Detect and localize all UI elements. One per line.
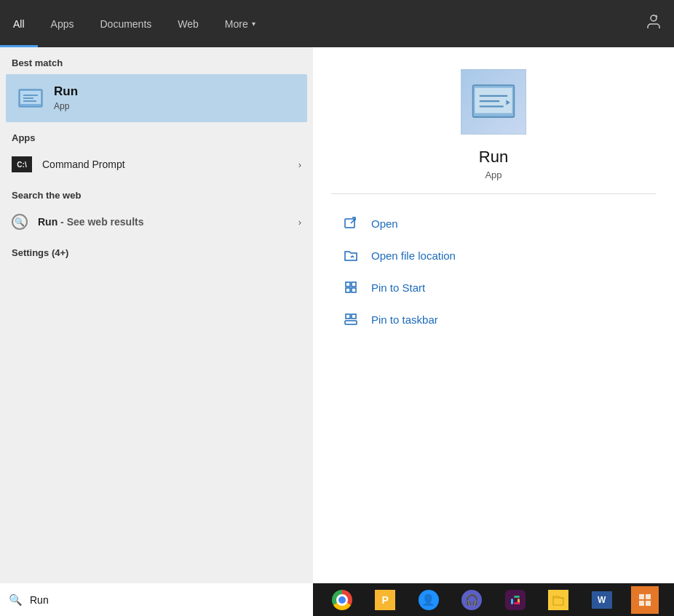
taskbar-icon-area: P 👤 🎧 (313, 586, 674, 614)
chevron-right-icon: › (298, 159, 301, 170)
tab-more[interactable]: More ▾ (212, 0, 269, 47)
chrome-icon (332, 590, 352, 610)
svg-rect-13 (346, 282, 350, 287)
nav-right-area (645, 0, 674, 47)
svg-rect-24 (639, 594, 644, 599)
action-list: Open Open file location (313, 207, 674, 335)
action-pin-start[interactable]: Pin to Start (342, 271, 645, 303)
chevron-down-icon: ▾ (252, 20, 255, 28)
powerpoint-icon: P (375, 590, 395, 610)
svg-rect-26 (639, 601, 644, 606)
pin-start-label: Pin to Start (371, 281, 425, 294)
taskbar-files-icon[interactable] (544, 586, 572, 614)
svg-rect-15 (346, 288, 350, 292)
taskbar-headset-icon[interactable]: 🎧 (458, 586, 485, 614)
taskbar-corner-icon[interactable] (631, 586, 659, 614)
tab-all-label: All (13, 18, 25, 30)
taskbar: 🔍 Run P 👤 🎧 (0, 583, 674, 616)
open-label: Open (371, 217, 398, 230)
svg-rect-23 (514, 602, 520, 604)
corner-icon (631, 586, 659, 614)
left-panel: Best match Run App Apps C:\ Co (0, 47, 313, 583)
main-area: Best match Run App Apps C:\ Co (0, 47, 674, 583)
svg-rect-27 (646, 601, 651, 606)
search-icon: 🔍 (12, 214, 28, 230)
web-search-item[interactable]: 🔍 Run - See web results › (0, 207, 313, 237)
action-open-file-location[interactable]: Open file location (342, 239, 645, 271)
taskbar-search[interactable]: 🔍 Run (0, 583, 313, 616)
web-section-label: Search the web (0, 180, 313, 207)
pin-taskbar-icon (342, 311, 360, 328)
svg-rect-25 (646, 594, 651, 599)
slack-icon (505, 590, 526, 610)
web-chevron-right-icon: › (298, 217, 301, 228)
pin-taskbar-label: Pin to taskbar (371, 313, 438, 326)
person-icon[interactable] (645, 13, 662, 34)
svg-rect-2 (20, 91, 41, 104)
folder-icon (342, 247, 360, 264)
taskbar-powerpoint-icon[interactable]: P (371, 586, 399, 614)
taskbar-word-icon[interactable]: W (588, 586, 616, 614)
svg-point-0 (651, 15, 657, 21)
right-panel: Run App Open (313, 47, 674, 583)
open-icon (342, 215, 360, 232)
tab-documents[interactable]: Documents (87, 0, 164, 47)
headset-icon: 🎧 (461, 590, 482, 610)
action-pin-taskbar[interactable]: Pin to taskbar (342, 303, 645, 335)
svg-rect-21 (514, 596, 520, 598)
word-icon: W (592, 591, 612, 609)
run-app-icon-large (461, 69, 526, 135)
tab-apps[interactable]: Apps (38, 0, 87, 47)
list-item-cmd[interactable]: C:\ Command Prompt › (0, 149, 313, 180)
tab-web[interactable]: Web (164, 0, 212, 47)
svg-rect-19 (352, 314, 356, 319)
tab-documents-label: Documents (100, 18, 151, 30)
people-icon: 👤 (419, 590, 439, 610)
svg-rect-16 (352, 288, 356, 292)
svg-rect-14 (352, 282, 356, 287)
apps-section-label: Apps (0, 122, 313, 149)
files-icon (548, 590, 568, 610)
settings-label: Settings (4+) (0, 237, 313, 264)
taskbar-search-icon: 🔍 (9, 593, 23, 607)
taskbar-chrome-icon[interactable] (328, 586, 356, 614)
app-type-large: App (485, 169, 501, 180)
best-match-type: App (54, 101, 69, 111)
taskbar-people-icon[interactable]: 👤 (415, 586, 443, 614)
svg-rect-17 (345, 321, 357, 324)
pin-start-icon (342, 279, 360, 296)
svg-rect-20 (511, 599, 513, 604)
app-name-large: Run (479, 148, 508, 167)
top-nav: All Apps Documents Web More ▾ (0, 0, 674, 47)
open-file-location-label: Open file location (371, 249, 456, 262)
web-search-label: Run - See web results (38, 216, 144, 228)
cmd-label: Command Prompt (42, 159, 298, 170)
tab-more-label: More (225, 18, 248, 30)
action-open[interactable]: Open (342, 207, 645, 239)
best-match-name: Run (54, 84, 78, 99)
divider (331, 193, 656, 194)
run-app-icon-small (17, 85, 44, 111)
best-match-item[interactable]: Run App (6, 74, 307, 122)
svg-rect-18 (346, 314, 350, 319)
tab-all[interactable]: All (0, 0, 38, 47)
tab-web-label: Web (178, 18, 199, 30)
tab-apps-label: Apps (51, 18, 74, 30)
taskbar-search-text: Run (30, 594, 49, 606)
taskbar-slack-icon[interactable] (501, 586, 529, 614)
cmd-icon: C:\ (12, 156, 32, 172)
best-match-label: Best match (0, 47, 313, 74)
svg-rect-12 (345, 219, 354, 228)
